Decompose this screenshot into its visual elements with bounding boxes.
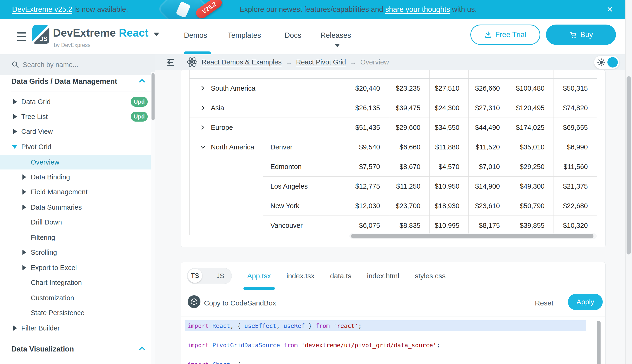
nav-demos[interactable]: Demos <box>184 31 207 40</box>
sidebar-item-field-management[interactable]: Field Management <box>0 184 151 199</box>
close-icon[interactable]: ✕ <box>604 4 615 15</box>
row-label: Europe <box>211 124 233 132</box>
chevron-right-icon[interactable] <box>199 85 206 92</box>
code-token <box>209 342 212 349</box>
reset-button[interactable]: Reset <box>535 290 553 316</box>
sidebar-item-scrolling[interactable]: Scrolling <box>0 245 151 260</box>
pivot-row-denver: Denver $9,540 $6,660 $11,880 $11,520 $35… <box>263 138 597 157</box>
page-scrollbar-thumb[interactable] <box>626 76 631 254</box>
pivot-cell: $39,475 <box>389 98 430 118</box>
code-token <box>298 342 301 349</box>
share-thoughts-link[interactable]: share your thoughts <box>385 5 450 14</box>
tab-data-ts[interactable]: data.ts <box>330 272 351 280</box>
sidebar-item-data-summaries[interactable]: Data Summaries <box>0 200 151 214</box>
breadcrumb-link-demos[interactable]: React Demos & Examples <box>201 58 282 66</box>
banner-version-link[interactable]: DevExtreme v25.2 <box>12 5 72 14</box>
sidebar-item-label: Filtering <box>31 234 55 242</box>
sidebar-item-state-persistence[interactable]: State Persistence <box>0 306 151 320</box>
code-line-1[interactable]: import React, { useEffect, useRef } from… <box>187 320 362 331</box>
code-tabbar: TS JS App.tsx index.tsx data.ts index.ht… <box>181 262 605 290</box>
pivot-row-south-america: South America $20,440 $23,235 $27,510 $2… <box>189 78 597 98</box>
nav-docs[interactable]: Docs <box>285 31 301 40</box>
code-token <box>209 322 212 329</box>
sidebar-section-data-visualization[interactable]: Data Visualization <box>11 342 74 356</box>
sidebar-item-pivot-grid[interactable]: Pivot Grid <box>0 140 151 154</box>
sidebar-item-customization[interactable]: Customization <box>0 290 151 305</box>
triangle-right-icon <box>13 114 17 119</box>
sidebar-item-label: Data Grid <box>21 98 51 106</box>
brand-name: DevExtreme <box>53 27 116 39</box>
code-vertical-scrollbar[interactable] <box>597 321 600 364</box>
framework-name[interactable]: React <box>119 27 148 39</box>
devextreme-logo-art: V25.2 <box>150 0 223 19</box>
language-toggle[interactable]: TS JS <box>187 268 232 284</box>
sidebar-item-label: Export to Excel <box>31 264 77 272</box>
pivot-cell: $11,560 <box>554 157 597 176</box>
tab-index-tsx[interactable]: index.tsx <box>286 272 314 280</box>
code-token: , <box>276 322 283 329</box>
toggle-option-js[interactable]: JS <box>212 268 229 284</box>
free-trial-button[interactable]: Free Trial <box>470 24 540 45</box>
search-input[interactable] <box>22 61 137 69</box>
sidebar-item-drill-down[interactable]: Drill Down <box>0 215 151 230</box>
pivot-cell: $8,670 <box>389 157 430 176</box>
pivot-horizontal-scrollbar[interactable] <box>349 234 597 239</box>
sidebar-item-label: Customization <box>31 294 74 302</box>
sidebar-item-label: Tree List <box>21 113 48 121</box>
nav-templates[interactable]: Templates <box>228 31 261 40</box>
theme-toggle[interactable] <box>594 56 619 69</box>
sidebar-section-data-grids[interactable]: Data Grids / Data Management <box>11 74 117 89</box>
scrollbar-thumb[interactable] <box>351 234 593 238</box>
collapse-sidebar-icon[interactable] <box>165 57 176 68</box>
tab-index-html[interactable]: index.html <box>367 272 399 280</box>
nav-releases[interactable]: Releases <box>320 31 351 40</box>
codesandbox-icon[interactable] <box>188 295 200 308</box>
sidebar-item-overview[interactable]: Overview <box>0 155 151 170</box>
sidebar-item-filter-builder[interactable]: Filter Builder <box>0 321 151 336</box>
breadcrumb-link-pivot-grid[interactable]: React Pivot Grid <box>296 58 346 66</box>
chevron-up-icon[interactable] <box>138 78 146 84</box>
sidebar-item-tree-list[interactable]: Tree List Upd <box>0 109 151 124</box>
sidebar-item-data-binding[interactable]: Data Binding <box>0 170 151 184</box>
chevron-down-icon[interactable] <box>199 144 206 150</box>
pivot-cell: $12,030 <box>349 196 389 216</box>
hamburger-menu-icon[interactable] <box>17 32 26 41</box>
tab-app-tsx[interactable]: App.tsx <box>247 272 271 280</box>
sidebar-item-label: Data Binding <box>31 173 70 181</box>
sidebar-item-label: Pivot Grid <box>21 143 51 151</box>
chevron-right-icon[interactable] <box>199 124 206 131</box>
chevron-up-icon[interactable] <box>138 346 146 351</box>
pivot-row-edmonton: Edmonton $7,570 $8,670 $4,570 $7,010 $29… <box>263 157 597 176</box>
sidebar-scrollbar-thumb[interactable] <box>151 73 155 120</box>
code-line-2[interactable]: import PivotGridDataSource from 'devextr… <box>187 340 440 350</box>
pivot-row-los-angeles: Los Angeles $12,775 $11,250 $10,950 $14,… <box>263 176 597 196</box>
sidebar-item-label: Filter Builder <box>21 324 60 332</box>
buy-button[interactable]: Buy <box>546 24 616 45</box>
pivot-cell: $9,540 <box>349 138 389 157</box>
pivot-cell: $26,135 <box>349 98 389 118</box>
tab-styles-css[interactable]: styles.css <box>415 272 446 280</box>
sidebar-item-export-to-excel[interactable]: Export to Excel <box>0 260 151 275</box>
triangle-right-icon <box>23 265 26 270</box>
sidebar-item-card-view[interactable]: Card View <box>0 124 151 139</box>
sidebar-item-filtering[interactable]: Filtering <box>0 230 151 245</box>
pivot-cell: $8,835 <box>389 216 430 235</box>
sidebar-search[interactable] <box>0 54 155 75</box>
sidebar-item-chart-integration[interactable]: Chart Integration <box>0 275 151 290</box>
pivot-cell: $24,300 <box>430 98 469 118</box>
code-line-3[interactable]: import Chart, { <box>187 359 241 364</box>
chevron-right-icon[interactable] <box>199 104 206 111</box>
apply-button[interactable]: Apply <box>568 294 603 310</box>
toggle-knob-ts[interactable]: TS <box>188 269 202 283</box>
pivot-row-europe: Europe $51,435 $29,600 $34,550 $44,490 $… <box>189 118 597 138</box>
pivot-cell: $8,175 <box>469 216 509 235</box>
code-panel: TS JS App.tsx index.tsx data.ts index.ht… <box>181 262 605 364</box>
framework-caret-down-icon[interactable] <box>154 32 159 36</box>
pivot-cell: $120,495 <box>509 98 554 118</box>
code-token: 'react' <box>333 322 358 329</box>
divider <box>11 92 151 92</box>
devextreme-js-logo[interactable]: JS <box>32 25 49 44</box>
copy-to-codesandbox-button[interactable]: Copy to CodeSandBox <box>204 290 276 316</box>
banner-message: Explore our newest features/capabilities… <box>240 0 477 19</box>
sidebar-item-data-grid[interactable]: Data Grid Upd <box>0 94 151 109</box>
